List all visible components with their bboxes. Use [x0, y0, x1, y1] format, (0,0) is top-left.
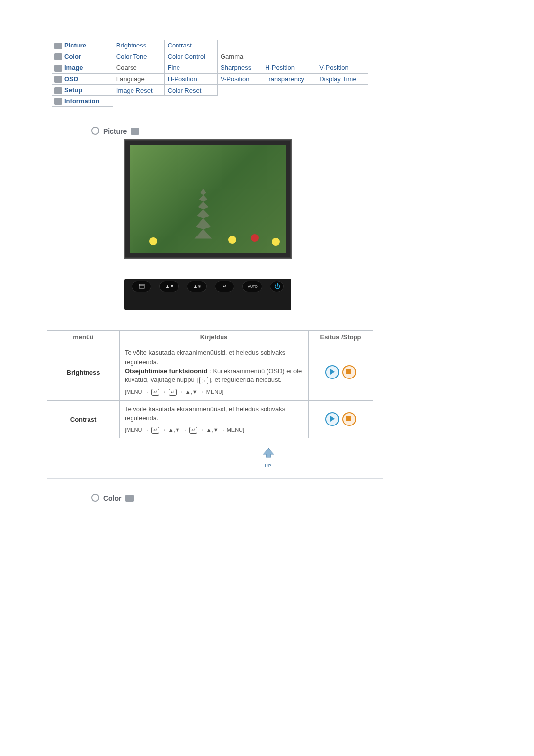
preview-display: [124, 139, 292, 259]
osd-icon: [54, 76, 62, 83]
up-arrow-icon: [260, 447, 277, 461]
scroll-top-button[interactable]: UP: [259, 447, 278, 469]
nav-link-colorreset[interactable]: Color Reset: [168, 87, 202, 94]
nav-link-displaytime[interactable]: Display Time: [319, 75, 356, 83]
section-title-color: Color: [91, 494, 485, 502]
col-play: Esitus /Stopp: [309, 331, 373, 344]
picture-icon: [54, 43, 62, 49]
row-name-brightness: Brightness: [47, 344, 120, 400]
menu-button-icon: [132, 281, 151, 292]
picture-small-icon: [131, 128, 139, 135]
enter-icon: ↵: [169, 389, 177, 396]
nav-link-sharpness[interactable]: Sharpness: [221, 64, 251, 71]
updown-button-icon: ▲▼: [159, 281, 179, 292]
enter-icon: ↵: [151, 427, 159, 434]
sun-icon: ☼: [199, 377, 208, 384]
nav-link-coarse[interactable]: Coarse: [116, 64, 137, 71]
nav-link-transparency[interactable]: Transparency: [265, 75, 304, 83]
osd-nav-table: Picture Brightness Contrast Color Color …: [52, 40, 368, 107]
nav-cat-information[interactable]: Information: [64, 97, 100, 105]
nav-link-vposition-img[interactable]: V-Position: [319, 64, 349, 71]
section-title-color-text: Color: [103, 494, 122, 502]
section-divider: [47, 478, 383, 479]
stop-button[interactable]: [342, 365, 356, 379]
nav-link-contrast[interactable]: Contrast: [168, 42, 192, 49]
play-button[interactable]: [325, 365, 339, 379]
nav-link-fine[interactable]: Fine: [168, 64, 180, 71]
section-title-picture-text: Picture: [103, 127, 127, 135]
picture-desc-table: menüü Kirjeldus Esitus /Stopp Brightness…: [47, 330, 373, 438]
image-icon: [54, 65, 62, 72]
enter-button-icon: ↵: [215, 281, 234, 292]
row-desc-brightness: Te võite kasutada ekraanimenüüsid, et he…: [120, 344, 309, 400]
color-small-icon: [125, 495, 134, 502]
section-title-picture: Picture: [91, 127, 485, 135]
stop-button[interactable]: [342, 412, 356, 426]
bullet-icon: [91, 494, 99, 502]
nav-cat-picture[interactable]: Picture: [64, 42, 86, 49]
play-button[interactable]: [325, 412, 339, 426]
nav-link-imagereset[interactable]: Image Reset: [116, 87, 153, 94]
nav-cat-image[interactable]: Image: [64, 64, 83, 71]
row-desc-contrast: Te võite kasutada ekraanimenüüsid, et he…: [120, 400, 309, 438]
row-name-contrast: Contrast: [47, 400, 120, 438]
col-menu: menüü: [47, 331, 120, 344]
nav-link-colorcontrol[interactable]: Color Control: [168, 53, 206, 60]
table-row: Brightness Te võite kasutada ekraanimenü…: [47, 344, 373, 400]
col-desc: Kirjeldus: [120, 331, 309, 344]
power-button-icon: ⏻: [270, 281, 284, 292]
nav-link-colortone[interactable]: Color Tone: [116, 53, 147, 60]
svg-rect-0: [139, 284, 144, 288]
nav-link-gamma[interactable]: Gamma: [221, 53, 243, 60]
color-icon: [54, 53, 62, 60]
setup-icon: [54, 87, 62, 94]
nav-cat-color[interactable]: Color: [64, 53, 81, 60]
table-row: Contrast Te võite kasutada ekraanimenüüs…: [47, 400, 373, 438]
enter-icon: ↵: [189, 427, 197, 434]
nav-link-brightness[interactable]: Brightness: [116, 42, 146, 49]
nav-link-vposition-osd[interactable]: V-Position: [221, 75, 250, 83]
nav-link-hposition-img[interactable]: H-Position: [265, 64, 295, 71]
nav-cat-osd[interactable]: OSD: [64, 75, 78, 83]
monitor-button-bar: ▲▼ ▲✳ ↵ AUTO ⏻: [124, 279, 291, 310]
nav-cat-setup[interactable]: Setup: [64, 86, 82, 94]
up-label: UP: [265, 463, 272, 468]
nav-link-hposition-osd[interactable]: H-Position: [168, 75, 197, 83]
nav-link-language[interactable]: Language: [116, 75, 145, 83]
nav-sequence-contrast: [MENU → ↵ → ▲,▼ → ↵ → ▲,▼ → MENU]: [125, 426, 303, 434]
svg-marker-2: [263, 448, 274, 457]
adjust-button-icon: ▲✳: [187, 281, 207, 292]
auto-button-icon: AUTO: [242, 281, 262, 292]
preview-image: [130, 145, 286, 253]
bullet-icon: [91, 127, 99, 135]
information-icon: [54, 98, 62, 105]
enter-icon: ↵: [151, 389, 159, 396]
nav-sequence-brightness: [MENU → ↵ → ↵ → ▲,▼ → MENU]: [125, 388, 303, 396]
